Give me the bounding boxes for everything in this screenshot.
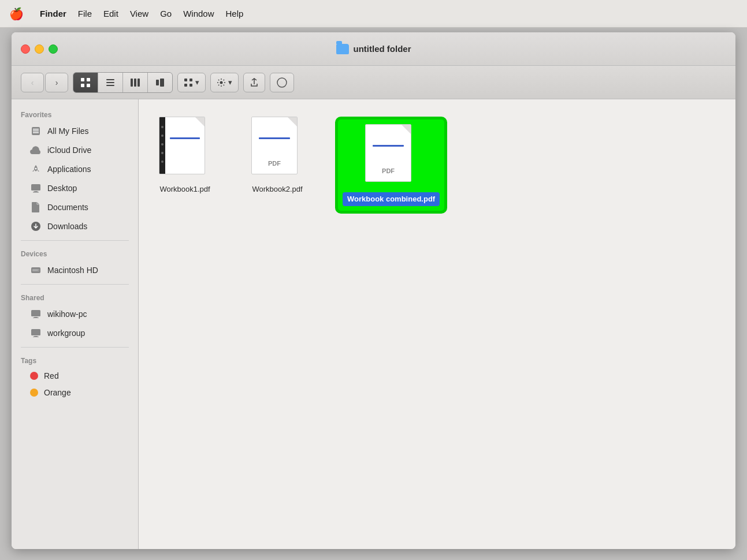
actions-chevron: ▾ — [228, 78, 232, 87]
tags-section-title: Tags — [12, 352, 138, 367]
traffic-lights — [21, 44, 58, 54]
view-icon-cover[interactable] — [148, 73, 172, 92]
view-mode-group — [73, 72, 173, 93]
sidebar-item-workgroup[interactable]: workgroup — [14, 324, 136, 342]
sidebar-label-applications: Applications — [47, 165, 91, 174]
menubar: 🍎 Finder File Edit View Go Window Help — [0, 0, 747, 28]
red-tag-dot — [30, 372, 38, 380]
svg-rect-14 — [184, 84, 187, 87]
apple-menu[interactable]: 🍎 — [9, 7, 24, 21]
sidebar-divider-3 — [21, 347, 129, 348]
forward-button[interactable]: › — [45, 73, 68, 92]
sidebar-label-documents: Documents — [47, 203, 88, 212]
devices-section-title: Devices — [12, 245, 138, 260]
sidebar-label-red: Red — [44, 371, 59, 380]
menu-finder[interactable]: Finder — [40, 9, 66, 18]
svg-rect-15 — [189, 84, 192, 87]
finder-window: untitled folder ‹ › — [12, 32, 735, 549]
svg-rect-35 — [33, 337, 39, 337]
sidebar-item-macintosh-hd[interactable]: Macintosh HD — [14, 261, 136, 279]
menu-file[interactable]: File — [78, 9, 92, 18]
drive-icon — [30, 264, 42, 276]
sidebar-item-tag-orange[interactable]: Orange — [14, 384, 136, 401]
menu-go[interactable]: Go — [160, 9, 172, 18]
document-icon — [30, 201, 42, 213]
sidebar-label-wikihow-pc: wikihow-pc — [47, 309, 87, 319]
sidebar-divider-2 — [21, 284, 129, 285]
sidebar-label-desktop: Desktop — [47, 184, 77, 193]
back-button[interactable]: ‹ — [21, 73, 44, 92]
sidebar-item-icloud[interactable]: iCloud Drive — [14, 141, 136, 159]
sidebar-item-wikihow-pc[interactable]: wikihow-pc — [14, 305, 136, 323]
back-icon: ‹ — [31, 78, 34, 87]
sidebar-item-tag-red[interactable]: Red — [14, 368, 136, 384]
svg-rect-4 — [106, 79, 114, 80]
menu-view[interactable]: View — [130, 9, 148, 18]
svg-rect-1 — [87, 78, 90, 81]
maximize-button[interactable] — [49, 44, 58, 54]
menu-edit[interactable]: Edit — [103, 9, 118, 18]
tag-button[interactable] — [270, 73, 294, 92]
svg-rect-8 — [134, 79, 136, 87]
list-view-icon — [105, 77, 116, 88]
sidebar-item-desktop[interactable]: Desktop — [14, 179, 136, 197]
view-icon-grid[interactable] — [73, 73, 98, 92]
sidebar-label-icloud: iCloud Drive — [47, 145, 91, 155]
sidebar-divider-1 — [21, 240, 129, 241]
svg-rect-10 — [156, 80, 159, 85]
sidebar-label-all-my-files: All My Files — [47, 126, 89, 136]
svg-rect-3 — [87, 84, 90, 87]
svg-rect-21 — [33, 132, 39, 133]
sidebar-label-workgroup: workgroup — [47, 328, 85, 338]
svg-rect-20 — [33, 130, 39, 132]
cloud-icon — [30, 144, 42, 156]
file-item-workbook2[interactable]: PDF Workbook2.pdf — [243, 117, 312, 193]
sidebar-item-all-my-files[interactable]: All My Files — [14, 122, 136, 140]
svg-rect-5 — [106, 82, 114, 83]
view-icon-columns[interactable] — [123, 73, 147, 92]
list-icon — [30, 125, 42, 137]
svg-rect-11 — [160, 79, 164, 87]
menu-help[interactable]: Help — [226, 9, 244, 18]
desktop-icon — [30, 182, 42, 194]
file-item-workbook-combined[interactable]: PDF Workbook combined.pdf — [335, 117, 447, 214]
svg-rect-30 — [31, 310, 40, 316]
columns-view-icon — [130, 77, 140, 88]
svg-rect-25 — [33, 192, 39, 193]
sidebar-item-documents[interactable]: Documents — [14, 198, 136, 216]
tag-icon — [276, 77, 288, 88]
svg-rect-32 — [33, 318, 39, 318]
svg-point-29 — [38, 270, 39, 271]
svg-rect-19 — [33, 129, 39, 130]
favorites-section-title: Favorites — [12, 106, 138, 121]
svg-rect-17 — [277, 78, 287, 87]
sidebar-label-downloads: Downloads — [47, 222, 87, 231]
file-label-workbook2: Workbook2.pdf — [252, 185, 302, 193]
view-icon-list[interactable] — [98, 73, 122, 92]
file-icon-workbook2: PDF — [251, 117, 303, 180]
cover-view-icon — [155, 77, 165, 88]
orange-tag-dot — [30, 389, 38, 397]
file-label-workbook1: Workbook1.pdf — [159, 185, 210, 193]
group-button[interactable]: ▾ — [177, 73, 206, 92]
svg-rect-12 — [184, 79, 187, 81]
svg-rect-31 — [34, 317, 38, 318]
menu-window[interactable]: Window — [183, 9, 214, 18]
svg-rect-9 — [137, 79, 140, 87]
share-button[interactable] — [243, 73, 265, 92]
file-item-workbook1[interactable]: Workbook1.pdf — [150, 117, 220, 193]
svg-rect-33 — [31, 329, 40, 335]
actions-button[interactable]: ▾ — [210, 73, 239, 92]
sidebar-item-downloads[interactable]: Downloads — [14, 217, 136, 236]
file-icon-workbook1 — [159, 117, 211, 180]
minimize-button[interactable] — [35, 44, 44, 54]
file-icon-combined: PDF — [365, 124, 417, 188]
group-icon — [184, 78, 193, 87]
sidebar: Favorites All My Files — [12, 99, 139, 549]
sidebar-item-applications[interactable]: Applications — [14, 160, 136, 178]
shared-section-title: Shared — [12, 289, 138, 304]
close-button[interactable] — [21, 44, 30, 54]
svg-rect-23 — [31, 184, 40, 191]
svg-rect-2 — [81, 84, 84, 87]
file-label-combined: Workbook combined.pdf — [343, 192, 440, 206]
